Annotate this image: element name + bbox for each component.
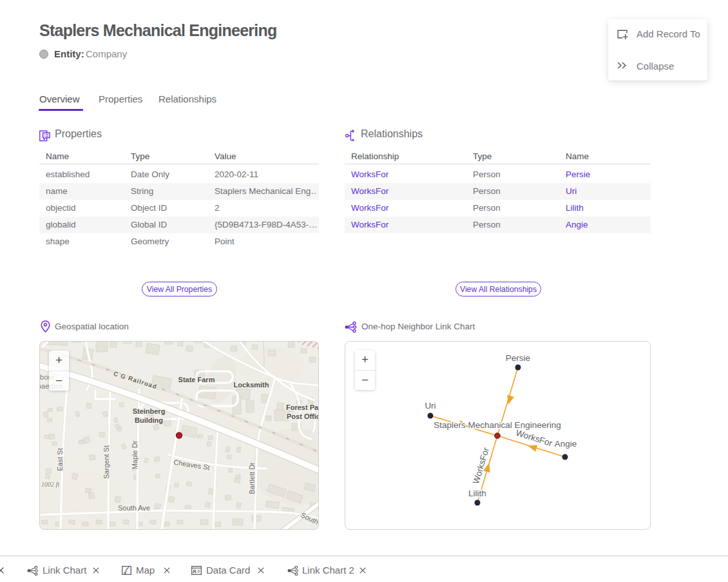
svg-text:Staplers Mechanical Engineerin: Staplers Mechanical Engineering	[434, 420, 560, 430]
svg-text:WorksFor: WorksFor	[515, 428, 554, 449]
svg-text:Uri: Uri	[425, 401, 436, 411]
svg-text:Persie: Persie	[506, 353, 530, 363]
svg-text:Angie: Angie	[555, 439, 577, 449]
svg-text:Lilith: Lilith	[468, 489, 486, 498]
